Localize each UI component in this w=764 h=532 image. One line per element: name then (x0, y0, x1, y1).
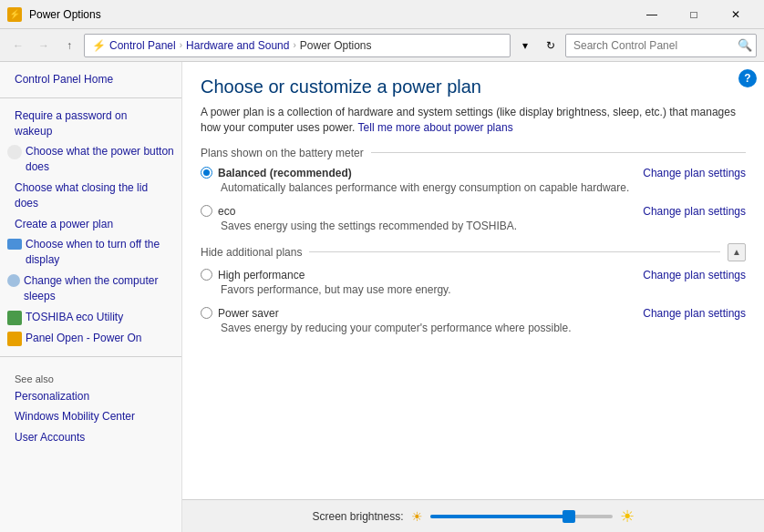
sidebar-item-toshiba-eco[interactable]: TOSHIBA eco Utility (26, 310, 174, 325)
sun-dim-icon: ☀ (411, 509, 423, 524)
main-layout: Control Panel Home Require a password on… (0, 62, 764, 532)
addressbar: ← → ↑ ⚡ Control Panel › Hardware and Sou… (0, 29, 764, 62)
change-plan-eco[interactable]: Change plan settings (643, 205, 746, 218)
sidebar-item-closing-lid[interactable]: Choose what closing the lid does (0, 178, 181, 214)
plan-name-power-saver: Power saver (218, 307, 279, 320)
content-description: A power plan is a collection of hardware… (201, 105, 746, 136)
plan-item-balanced: Balanced (recommended) Change plan setti… (201, 167, 746, 194)
plan-label-eco: eco (201, 205, 235, 218)
close-button[interactable]: ✕ (715, 0, 757, 29)
search-input[interactable] (573, 39, 738, 52)
search-box: 🔍 (565, 34, 757, 57)
sidebar-item-turn-off-display[interactable]: Choose when to turn off the display (26, 237, 174, 268)
breadcrumb: ⚡ Control Panel › Hardware and Sound › P… (84, 34, 511, 57)
plan-item-high-performance: High performance Change plan settings Fa… (201, 269, 746, 296)
breadcrumb-current: Power Options (300, 39, 372, 52)
minimize-button[interactable]: — (631, 0, 673, 29)
sidebar-divider-2 (0, 356, 181, 357)
breadcrumb-icon: ⚡ (92, 39, 106, 52)
sidebar-item-personalization[interactable]: Personalization (0, 386, 181, 407)
help-button[interactable]: ? (738, 69, 757, 87)
plan-name-eco: eco (218, 205, 235, 218)
back-button[interactable]: ← (7, 35, 29, 56)
sidebar-item-require-password[interactable]: Require a password on wakeup (0, 106, 181, 142)
plan-item-eco: eco Change plan settings Saves energy us… (201, 205, 746, 232)
toshiba-icon (7, 311, 22, 325)
sidebar-item-home[interactable]: Control Panel Home (0, 69, 181, 90)
plans-section-label: Plans shown on the battery meter (201, 147, 364, 159)
forward-button[interactable]: → (33, 35, 55, 56)
plan-desc-eco: Saves energy using the settings recommen… (221, 220, 746, 232)
plan-row-eco: eco Change plan settings (201, 205, 746, 218)
sidebar-item-toshiba-wrapper: TOSHIBA eco Utility (0, 307, 181, 328)
dropdown-button[interactable]: ▾ (514, 35, 536, 56)
titlebar-left: ⚡ Power Options (7, 7, 101, 22)
brightness-thumb[interactable] (563, 510, 575, 523)
breadcrumb-sep-1: › (180, 40, 182, 50)
sidebar-item-user-accounts[interactable]: User Accounts (0, 427, 181, 448)
sidebar-item-panel-open-wrapper: Panel Open - Power On (0, 328, 181, 349)
sidebar-divider-1 (0, 97, 181, 98)
radio-high-performance[interactable] (201, 269, 212, 281)
hide-plans-label: Hide additional plans (201, 246, 302, 259)
breadcrumb-control-panel[interactable]: Control Panel (109, 39, 176, 52)
sidebar: Control Panel Home Require a password on… (0, 62, 182, 532)
brightness-track[interactable] (430, 515, 613, 518)
up-button[interactable]: ↑ (58, 35, 80, 56)
sleep-icon (7, 274, 20, 287)
plan-label-high-performance: High performance (201, 269, 305, 281)
power-button-icon (7, 145, 22, 159)
plan-label-balanced: Balanced (recommended) (201, 167, 352, 179)
sidebar-item-panel-open[interactable]: Panel Open - Power On (26, 331, 174, 346)
hide-plans-line (309, 251, 720, 252)
bottom-bar: Screen brightness: ☀ ☀ (182, 499, 764, 532)
change-plan-balanced[interactable]: Change plan settings (643, 167, 746, 179)
panel-open-icon (7, 332, 22, 346)
radio-balanced[interactable] (201, 167, 212, 179)
sidebar-item-sleep-wrapper: Change when the computer sleeps (0, 271, 181, 307)
sidebar-item-mobility-center[interactable]: Windows Mobility Center (0, 406, 181, 427)
learn-more-link[interactable]: Tell me more about power plans (358, 121, 513, 134)
brightness-label: Screen brightness: (312, 510, 403, 523)
plan-item-power-saver: Power saver Change plan settings Saves e… (201, 307, 746, 334)
breadcrumb-sep-2: › (293, 40, 295, 50)
plan-desc-high-performance: Favors performance, but may use more ene… (221, 283, 746, 296)
app-icon: ⚡ (7, 7, 22, 22)
sidebar-item-power-button[interactable]: Choose what the power button does (26, 144, 174, 175)
brightness-fill (430, 515, 567, 518)
plan-row-high-performance: High performance Change plan settings (201, 269, 746, 281)
sidebar-item-display-wrapper: Choose when to turn off the display (0, 234, 181, 271)
change-plan-high-performance[interactable]: Change plan settings (643, 269, 746, 281)
plans-section-header: Plans shown on the battery meter (201, 147, 746, 159)
refresh-button[interactable]: ↻ (540, 35, 562, 56)
radio-eco[interactable] (201, 205, 212, 217)
plan-row-balanced: Balanced (recommended) Change plan setti… (201, 167, 746, 179)
window-title: Power Options (29, 8, 101, 21)
hide-plans-header: Hide additional plans ▲ (201, 243, 746, 261)
sun-bright-icon: ☀ (620, 506, 635, 527)
plan-desc-balanced: Automatically balances performance with … (221, 181, 746, 194)
display-icon (7, 239, 22, 250)
titlebar-controls: — □ ✕ (631, 0, 757, 29)
titlebar: ⚡ Power Options — □ ✕ (0, 0, 764, 29)
breadcrumb-hardware-sound[interactable]: Hardware and Sound (186, 39, 289, 52)
content-area: ? Choose or customize a power plan A pow… (182, 62, 764, 532)
plan-desc-power-saver: Saves energy by reducing your computer's… (221, 322, 746, 334)
hide-plans-toggle[interactable]: ▲ (728, 243, 746, 261)
plan-name-high-performance: High performance (218, 269, 305, 281)
sidebar-item-power-button-wrapper: Choose what the power button does (0, 141, 181, 178)
maximize-button[interactable]: □ (673, 0, 715, 29)
change-plan-power-saver[interactable]: Change plan settings (643, 307, 746, 320)
plan-label-power-saver: Power saver (201, 307, 279, 320)
plans-section-line (371, 152, 746, 153)
radio-power-saver[interactable] (201, 307, 212, 319)
search-icon[interactable]: 🔍 (738, 38, 752, 52)
sidebar-item-computer-sleeps[interactable]: Change when the computer sleeps (24, 273, 174, 304)
plan-name-balanced: Balanced (recommended) (218, 167, 352, 179)
see-also-title: See also (0, 364, 181, 386)
sidebar-item-create-plan[interactable]: Create a power plan (0, 214, 181, 235)
plan-row-power-saver: Power saver Change plan settings (201, 307, 746, 320)
page-title: Choose or customize a power plan (201, 77, 746, 97)
